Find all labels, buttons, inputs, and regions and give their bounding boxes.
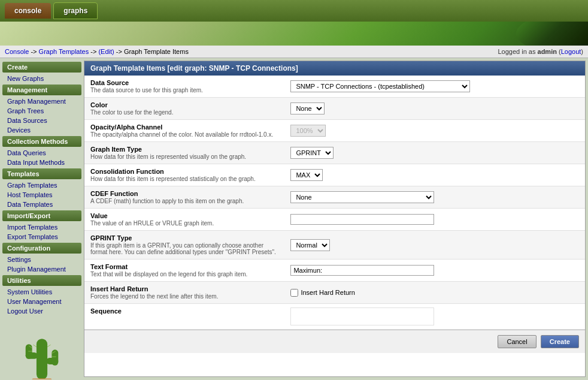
content-header: Graph Template Items [edit graph: SNMP -… [84, 61, 585, 76]
content-area: Graph Template Items [edit graph: SNMP -… [84, 61, 586, 377]
breadcrumb-bar: Console -> Graph Templates -> (Edit) -> … [0, 46, 588, 58]
footer-buttons: Cancel Create [84, 330, 585, 353]
field-desc-graph-item-type: How data for this item is represented vi… [90, 153, 278, 160]
form-table: Data Source The data source to use for t… [84, 76, 585, 330]
cactus-logo-area [0, 316, 84, 379]
sidebar-item-export-templates[interactable]: Export Templates [0, 232, 84, 242]
sidebar-item-new-graphs[interactable]: New Graphs [0, 74, 84, 83]
breadcrumb: Console -> Graph Templates -> (Edit) -> … [5, 48, 189, 55]
form-row-color: Color The color to use for the legend. N… [84, 98, 585, 120]
field-label-cdef: CDEF Function [90, 190, 278, 197]
form-row-gprint-type: GPRINT Type If this graph item is a GPRI… [84, 231, 585, 260]
field-desc-hard-return: Forces the legend to the next line after… [90, 293, 278, 300]
sidebar-header-collection-methods: Collection Methods [2, 136, 81, 147]
form-row-cdef: CDEF Function A CDEF (math) function to … [84, 186, 585, 209]
sidebar-item-plugin-management[interactable]: Plugin Management [0, 264, 84, 274]
sidebar: Create New Graphs Management Graph Manag… [0, 58, 84, 379]
top-banner [0, 22, 588, 46]
sidebar-item-settings[interactable]: Settings [0, 255, 84, 264]
hard-return-checkbox[interactable] [290, 289, 298, 297]
logged-in-user: admin [538, 48, 557, 55]
sidebar-item-graph-templates[interactable]: Graph Templates [0, 180, 84, 190]
sidebar-item-host-templates[interactable]: Host Templates [0, 190, 84, 200]
field-label-data-source: Data Source [90, 79, 278, 86]
form-row-opacity: Opacity/Alpha Channel The opacity/alpha … [84, 120, 585, 142]
graph-item-type-select[interactable]: GPRINT [290, 147, 334, 159]
main-layout: Create New Graphs Management Graph Manag… [0, 58, 588, 379]
sidebar-header-utilities: Utilities [2, 275, 81, 286]
sidebar-item-logout-user[interactable]: Logout User [0, 306, 84, 316]
gprint-type-select[interactable]: Normal [290, 239, 330, 251]
field-label-opacity: Opacity/Alpha Channel [90, 123, 278, 131]
value-input[interactable] [290, 214, 434, 225]
hard-return-label[interactable]: Insert Hard Return [290, 289, 579, 297]
field-desc-color: The color to use for the legend. [90, 109, 278, 116]
svg-rect-4 [51, 349, 58, 365]
field-label-gprint-type: GPRINT Type [90, 234, 278, 242]
form-row-consolidation: Consolidation Function How data for this… [84, 164, 585, 186]
breadcrumb-graph-templates[interactable]: Graph Templates [39, 48, 89, 55]
form-row-sequence: Sequence [84, 304, 585, 330]
svg-rect-0 [37, 339, 47, 379]
form-row-value: Value The value of an HRULE or VRULE gra… [84, 209, 585, 231]
login-info: Logged in as admin (Logout) [498, 48, 583, 55]
sidebar-item-system-utilities[interactable]: System Utilities [0, 287, 84, 297]
consolidation-select[interactable]: MAX [290, 169, 323, 181]
hard-return-checkbox-label: Insert Hard Return [301, 289, 354, 296]
field-label-sequence: Sequence [90, 307, 278, 315]
text-format-input[interactable] [290, 265, 434, 276]
form-row-data-source: Data Source The data source to use for t… [84, 76, 585, 98]
field-label-color: Color [90, 101, 278, 108]
sidebar-item-graph-management[interactable]: Graph Management [0, 96, 84, 106]
sidebar-item-user-management[interactable]: User Management [0, 297, 84, 306]
breadcrumb-edit[interactable]: (Edit) [98, 48, 114, 55]
svg-line-9 [33, 345, 36, 347]
field-label-graph-item-type: Graph Item Type [90, 146, 278, 153]
sidebar-header-management: Management [2, 85, 81, 95]
field-label-hard-return: Insert Hard Return [90, 285, 278, 292]
sidebar-header-import-export: Import/Export [2, 210, 81, 221]
console-tab[interactable]: console [5, 3, 51, 19]
sidebar-item-data-sources[interactable]: Data Sources [0, 116, 84, 125]
data-source-select[interactable]: SNMP - TCP Connections - (tcpestablished… [290, 80, 470, 92]
logout-link[interactable]: Logout [561, 48, 581, 55]
sidebar-item-import-templates[interactable]: Import Templates [0, 222, 84, 232]
breadcrumb-console[interactable]: Console [5, 48, 29, 55]
sidebar-item-graph-trees[interactable]: Graph Trees [0, 106, 84, 116]
graphs-tab[interactable]: graphs [53, 2, 98, 19]
field-desc-cdef: A CDEF (math) function to apply to this … [90, 198, 278, 204]
sidebar-header-templates: Templates [2, 168, 81, 179]
sidebar-header-create: Create [2, 62, 81, 73]
create-button[interactable]: Create [541, 335, 579, 348]
field-desc-data-source: The data source to use for this graph it… [90, 87, 278, 94]
opacity-select[interactable]: 100% [290, 125, 326, 137]
breadcrumb-current: Graph Template Items [124, 48, 189, 55]
form-row-hard-return: Insert Hard Return Forces the legend to … [84, 282, 585, 304]
cdef-select[interactable]: None [290, 191, 434, 203]
sidebar-item-devices[interactable]: Devices [0, 125, 84, 135]
sequence-area [290, 307, 434, 325]
cancel-button[interactable]: Cancel [498, 335, 536, 348]
svg-line-10 [47, 345, 50, 347]
field-label-value: Value [90, 212, 278, 219]
sidebar-header-configuration: Configuration [2, 243, 81, 254]
sidebar-item-data-templates[interactable]: Data Templates [0, 200, 84, 209]
form-row-graph-item-type: Graph Item Type How data for this item i… [84, 142, 585, 164]
field-desc-value: The value of an HRULE or VRULE graph ite… [90, 220, 278, 227]
sidebar-item-data-input-methods[interactable]: Data Input Methods [0, 158, 84, 167]
field-desc-consolidation: How data for this item is represented st… [90, 176, 278, 182]
field-desc-opacity: The opacity/alpha channel of the color. … [90, 131, 278, 138]
top-nav: console graphs [0, 0, 588, 22]
sidebar-item-data-queries[interactable]: Data Queries [0, 148, 84, 158]
field-label-consolidation: Consolidation Function [90, 168, 278, 175]
svg-rect-11 [32, 379, 52, 379]
field-desc-text-format: Text that will be displayed on the legen… [90, 271, 278, 278]
field-label-text-format: Text Format [90, 263, 278, 270]
field-desc-gprint-type: If this graph item is a GPRINT, you can … [90, 242, 278, 255]
cactus-logo [18, 328, 66, 379]
color-select[interactable]: None [290, 102, 325, 114]
form-row-text-format: Text Format Text that will be displayed … [84, 260, 585, 282]
